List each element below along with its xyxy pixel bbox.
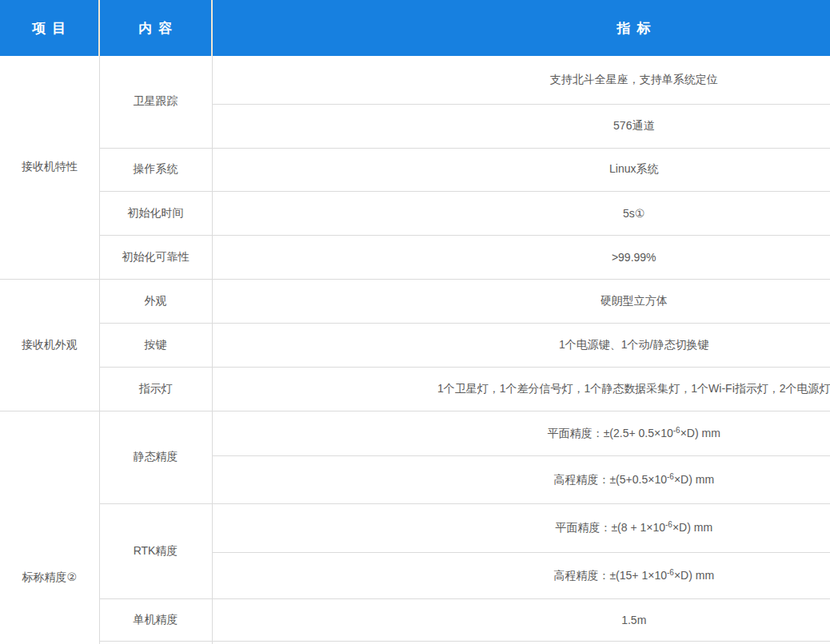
exponent-text: -6 bbox=[665, 520, 672, 529]
indicator-cell: 5s① bbox=[212, 191, 830, 235]
indicator-text: >99.99% bbox=[612, 251, 656, 264]
content-cell-static-accuracy: 静态精度 bbox=[99, 411, 212, 503]
indicator-text: ×D) mm bbox=[674, 569, 714, 582]
indicator-cell-clipped bbox=[212, 641, 830, 644]
indicator-cell: 1个电源键、1个动/静态切换键 bbox=[212, 323, 830, 367]
content-cell-init-time: 初始化时间 bbox=[99, 191, 212, 235]
item-cell-receiver-features: 接收机特性 bbox=[0, 56, 99, 279]
clipped-row bbox=[0, 641, 830, 644]
indicator-text: 高程精度：±(15+ 1×10 bbox=[553, 569, 667, 582]
indicator-cell: 硬朗型立方体 bbox=[212, 279, 830, 323]
indicator-text: 1个卫星灯，1个差分信号灯，1个静态数据采集灯，1个Wi-Fi指示灯，2个电源灯 bbox=[437, 382, 830, 395]
item-cell-nominal-accuracy: 标称精度② bbox=[0, 411, 99, 644]
indicator-text: 平面精度：±(2.5+ 0.5×10 bbox=[548, 427, 673, 439]
table-row: 接收机特性 卫星跟踪 支持北斗全星座，支持单系统定位 bbox=[0, 56, 830, 104]
content-cell-os: 操作系统 bbox=[99, 148, 212, 191]
table-row: 接收机外观 外观 硬朗型立方体 bbox=[0, 279, 830, 323]
indicator-text: 高程精度：±(5+0.5×10 bbox=[553, 473, 667, 486]
table-row: 初始化可靠性 >99.99% bbox=[0, 235, 830, 279]
indicator-text: 平面精度：±(8 + 1×10 bbox=[555, 521, 665, 534]
item-cell-receiver-appearance: 接收机外观 bbox=[0, 279, 99, 411]
indicator-cell: 高程精度：±(15+ 1×10-6×D) mm bbox=[212, 552, 830, 598]
indicator-text: 支持北斗全星座，支持单系统定位 bbox=[550, 73, 718, 85]
indicator-text: 576通道 bbox=[613, 119, 654, 132]
table-row: 标称精度② 静态精度 平面精度：±(2.5+ 0.5×10-6×D) mm bbox=[0, 411, 830, 455]
indicator-cell: 1.5m bbox=[212, 598, 830, 641]
table-row: 初始化时间 5s① bbox=[0, 191, 830, 235]
indicator-cell: 1个卫星灯，1个差分信号灯，1个静态数据采集灯，1个Wi-Fi指示灯，2个电源灯 bbox=[212, 367, 830, 411]
content-cell-indicator-lights: 指示灯 bbox=[99, 367, 212, 411]
content-cell-clipped bbox=[99, 641, 212, 644]
indicator-text: ×D) mm bbox=[680, 427, 720, 439]
content-cell-satellite-tracking: 卫星跟踪 bbox=[99, 56, 212, 148]
exponent-text: -6 bbox=[667, 472, 674, 481]
exponent-text: -6 bbox=[667, 568, 674, 577]
indicator-cell: 高程精度：±(5+0.5×10-6×D) mm bbox=[212, 455, 830, 503]
content-cell-standalone-accuracy: 单机精度 bbox=[99, 598, 212, 641]
indicator-cell: 支持北斗全星座，支持单系统定位 bbox=[212, 56, 830, 104]
indicator-cell: >99.99% bbox=[212, 235, 830, 279]
indicator-text: ×D) mm bbox=[674, 473, 714, 486]
indicator-text: Linux系统 bbox=[609, 162, 658, 175]
header-cell-item: 项目 bbox=[0, 0, 99, 56]
indicator-text: 硬朗型立方体 bbox=[601, 294, 668, 307]
content-cell-rtk-accuracy: RTK精度 bbox=[99, 503, 212, 598]
content-cell-appearance: 外观 bbox=[99, 279, 212, 323]
table-row: 按键 1个电源键、1个动/静态切换键 bbox=[0, 323, 830, 367]
indicator-text: 1个电源键、1个动/静态切换键 bbox=[559, 338, 708, 351]
indicator-text: 5s① bbox=[623, 207, 644, 220]
indicator-text: 1.5m bbox=[621, 614, 646, 626]
spec-table: 项目 内容 指标 接收机特性 卫星跟踪 支持北斗全星座，支持单系统定位 576通… bbox=[0, 0, 830, 644]
indicator-cell: 平面精度：±(2.5+ 0.5×10-6×D) mm bbox=[212, 411, 830, 455]
header-cell-indicator: 指标 bbox=[212, 0, 830, 56]
exponent-text: -6 bbox=[673, 426, 680, 435]
indicator-cell: 576通道 bbox=[212, 104, 830, 148]
table-row: 单机精度 1.5m bbox=[0, 598, 830, 641]
table-row: 操作系统 Linux系统 bbox=[0, 148, 830, 191]
header-row: 项目 内容 指标 bbox=[0, 0, 830, 56]
content-cell-buttons: 按键 bbox=[99, 323, 212, 367]
header-cell-content: 内容 bbox=[99, 0, 212, 56]
table-row: 指示灯 1个卫星灯，1个差分信号灯，1个静态数据采集灯，1个Wi-Fi指示灯，2… bbox=[0, 367, 830, 411]
indicator-cell: 平面精度：±(8 + 1×10-6×D) mm bbox=[212, 503, 830, 552]
indicator-cell: Linux系统 bbox=[212, 148, 830, 191]
table-row: RTK精度 平面精度：±(8 + 1×10-6×D) mm bbox=[0, 503, 830, 552]
indicator-text: ×D) mm bbox=[672, 521, 712, 534]
content-cell-init-reliability: 初始化可靠性 bbox=[99, 235, 212, 279]
